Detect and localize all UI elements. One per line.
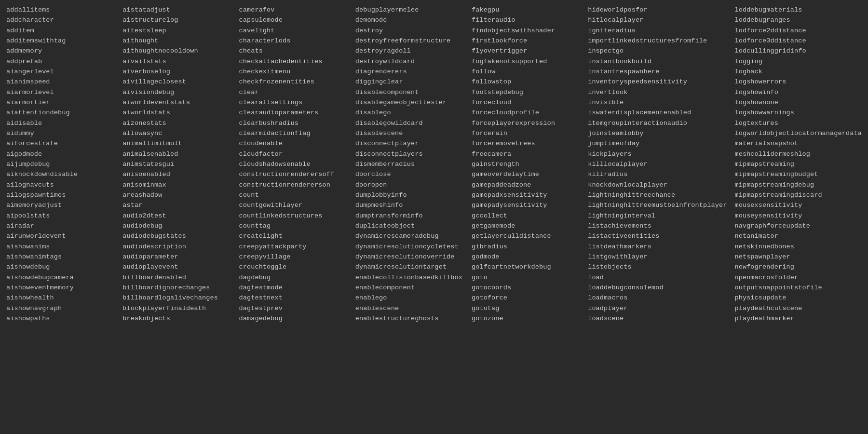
list-item[interactable]: addmemory (6, 46, 115, 56)
list-item[interactable]: ailogspawntimes (6, 190, 115, 200)
list-item[interactable]: outputsnappointstofile (734, 283, 862, 293)
list-item[interactable]: areashadow (122, 190, 231, 200)
list-item[interactable]: enablestructureghosts (355, 313, 464, 324)
list-item[interactable]: additem (6, 26, 115, 36)
list-item[interactable]: instantrespawnhere (588, 67, 727, 77)
list-item[interactable]: diggingclear (355, 77, 464, 87)
list-item[interactable]: aiforcestrafe (6, 138, 115, 149)
list-item[interactable]: countgowithlayer (239, 200, 347, 210)
list-item[interactable]: jumptimeofday (588, 138, 727, 149)
list-item[interactable]: dynamicresolutioncycletest (355, 242, 464, 252)
list-item[interactable]: animallimitmult (122, 138, 231, 149)
list-item[interactable]: aipoolstats (6, 211, 115, 221)
list-item[interactable]: animstatesgui (122, 159, 231, 169)
list-item[interactable]: clearallsettings (239, 97, 347, 108)
list-item[interactable]: countlinkedstructures (239, 211, 347, 221)
list-item[interactable]: listobjects (588, 262, 727, 272)
list-item[interactable]: dumpmeshinfo (355, 200, 464, 210)
list-item[interactable]: freecamera (472, 149, 580, 159)
list-item[interactable]: logshowinfo (734, 87, 862, 97)
list-item[interactable]: mouseysensitivity (734, 211, 862, 221)
list-item[interactable]: enablego (355, 293, 464, 303)
list-item[interactable]: gotocoords (472, 283, 580, 293)
list-item[interactable]: forcecloudprofile (472, 108, 580, 118)
list-item[interactable]: ailognavcuts (6, 180, 115, 190)
list-item[interactable]: cheats (239, 46, 347, 56)
list-item[interactable]: aiarmortier (6, 97, 115, 108)
list-item[interactable]: navgraphforceupdate (734, 221, 862, 231)
list-item[interactable]: audiodescription (122, 242, 231, 252)
list-item[interactable]: airunworldevent (6, 231, 115, 241)
list-item[interactable]: aiverboselog (122, 67, 231, 77)
list-item[interactable]: disconnectplayer (355, 138, 464, 149)
list-item[interactable]: addprefab (6, 56, 115, 67)
list-item[interactable]: aiknockdowndisable (6, 169, 115, 179)
list-item[interactable]: hitlocalplayer (588, 15, 727, 25)
list-item[interactable]: aithought (122, 36, 231, 46)
list-item[interactable]: loaddebugconsolemod (588, 283, 727, 293)
list-item[interactable]: gamepaddeadzone (472, 180, 580, 190)
list-item[interactable]: checkattachedentities (239, 56, 347, 67)
list-item[interactable]: fogfakenotsupported (472, 56, 580, 67)
list-item[interactable]: aigodmode (6, 149, 115, 159)
list-item[interactable]: aidisable (6, 118, 115, 128)
list-item[interactable]: logshowwarnings (734, 108, 862, 118)
list-item[interactable]: mipmapstreaming (734, 159, 862, 169)
list-item[interactable]: logshownone (734, 97, 862, 108)
list-item[interactable]: iswaterdisplacementenabled (588, 108, 727, 118)
list-item[interactable]: clearbushradius (239, 118, 347, 128)
list-item[interactable]: gotoforce (472, 293, 580, 303)
list-item[interactable]: goto (472, 272, 580, 283)
list-item[interactable]: godmode (472, 252, 580, 262)
list-item[interactable]: loghack (734, 67, 862, 77)
list-item[interactable]: audioparameter (122, 252, 231, 262)
list-item[interactable]: enablecollisionbasedkillbox (355, 272, 464, 283)
list-item[interactable]: checkexitmenu (239, 67, 347, 77)
list-item[interactable]: forceplayerexpression (472, 118, 580, 128)
list-item[interactable]: forcecloud (472, 97, 580, 108)
list-item[interactable]: clearmidactionflag (239, 128, 347, 138)
list-item[interactable]: checkfrozenentities (239, 77, 347, 87)
list-item[interactable]: instantbookbuild (588, 56, 727, 67)
list-item[interactable]: capsulemode (239, 15, 347, 25)
list-item[interactable]: meshcollidermeshlog (734, 149, 862, 159)
list-item[interactable]: cavelight (239, 26, 347, 36)
list-item[interactable]: dagtestnext (239, 293, 347, 303)
list-item[interactable]: forcerain (472, 128, 580, 138)
list-item[interactable]: gamepadysensitivity (472, 200, 580, 210)
list-item[interactable]: dumplobbyinfo (355, 190, 464, 200)
list-item[interactable]: igniteradius (588, 26, 727, 36)
list-item[interactable]: destroy (355, 26, 464, 36)
list-item[interactable]: astar (122, 200, 231, 210)
list-item[interactable]: follow (472, 67, 580, 77)
list-item[interactable]: kickplayers (588, 149, 727, 159)
list-item[interactable]: loddebugranges (734, 15, 862, 25)
list-item[interactable]: dagdebug (239, 272, 347, 283)
list-item[interactable]: aijumpdebug (6, 159, 115, 169)
list-item[interactable]: followstop (472, 77, 580, 87)
list-item[interactable]: newfogrendering (734, 262, 862, 272)
list-item[interactable]: physicsupdate (734, 293, 862, 303)
list-item[interactable]: aidummy (6, 128, 115, 138)
list-item[interactable]: anisominmax (122, 180, 231, 190)
list-item[interactable]: findobjectswithshader (472, 26, 580, 36)
list-item[interactable]: aithoughtnocooldown (122, 46, 231, 56)
list-item[interactable]: inspectgo (588, 46, 727, 56)
list-item[interactable]: characterlods (239, 36, 347, 46)
list-item[interactable]: gotozone (472, 313, 580, 324)
list-item[interactable]: getlayerculldistance (472, 231, 580, 241)
list-item[interactable]: playdeathcutscene (734, 303, 862, 313)
list-item[interactable]: disablego (355, 108, 464, 118)
list-item[interactable]: addallitems (6, 5, 115, 15)
list-item[interactable]: cloudenable (239, 138, 347, 149)
list-item[interactable]: load (588, 272, 727, 283)
list-item[interactable]: inventoryspeedsensitivity (588, 77, 727, 87)
list-item[interactable]: constructionrendererson (239, 180, 347, 190)
list-item[interactable]: billboardenabled (122, 272, 231, 283)
list-item[interactable]: invertlook (588, 87, 727, 97)
list-item[interactable]: dumptransforminfo (355, 211, 464, 221)
list-item[interactable]: aishowanims (6, 242, 115, 252)
list-item[interactable]: fakegpu (472, 5, 580, 15)
list-item[interactable]: crouchtoggle (239, 262, 347, 272)
list-item[interactable]: knockdownlocalplayer (588, 180, 727, 190)
